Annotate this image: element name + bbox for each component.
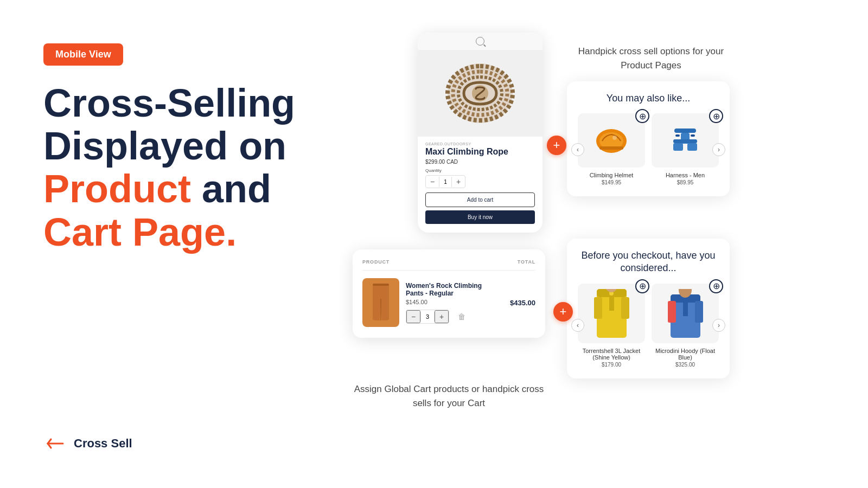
logo-text: Cross Sell <box>74 436 132 451</box>
product-thumb-blue-jacket: ⊕ Microdini Hoody (Float Blue) $325.00 <box>652 284 719 368</box>
headline-and: and <box>191 167 271 210</box>
harness-price: $89.95 <box>652 179 719 185</box>
svg-rect-12 <box>673 143 683 151</box>
harness-img-area: ⊕ <box>652 113 719 168</box>
quantity-label: Quantity <box>425 168 535 173</box>
cart-delete-btn[interactable]: 🗑 <box>458 312 465 321</box>
qty-value: 1 <box>439 177 452 187</box>
headline-line2: Displayed on <box>43 124 286 168</box>
cart-item: Women's Rock Climbing Pants - Regular $1… <box>362 278 535 327</box>
helmet-img-area: ⊕ <box>578 113 645 168</box>
plus-connector-top: + <box>547 136 566 155</box>
product-phone-card: GEARED.OUTDOORSY Maxi Climbing Rope $299… <box>418 33 542 233</box>
svg-rect-9 <box>674 129 696 133</box>
logo: Cross Sell <box>43 432 132 455</box>
cross-sell-product-card: You may also like... ‹ ⊕ Climbing Helmet… <box>567 81 730 196</box>
helmet-price: $149.95 <box>578 179 645 185</box>
cart-header: PRODUCT TOTAL <box>362 259 535 271</box>
svg-rect-23 <box>621 297 629 319</box>
mobile-view-badge: Mobile View <box>43 43 123 66</box>
helmet-name: Climbing Helmet <box>578 172 645 178</box>
headline-line1: Cross-Selling <box>43 81 295 125</box>
cart-qty-increase[interactable]: + <box>435 310 449 323</box>
product-info: GEARED.OUTDOORSY Maxi Climbing Rope $299… <box>418 137 542 224</box>
headline: Cross-Selling Displayed on Product and C… <box>43 82 326 254</box>
product-thumb-harness: ⊕ Harness - Men $89.95 <box>652 113 719 185</box>
svg-rect-7 <box>599 146 623 150</box>
svg-point-8 <box>612 136 617 140</box>
product-price: $299.00 CAD <box>425 159 535 165</box>
cart-item-image <box>362 278 399 327</box>
nav-right-top[interactable]: › <box>712 143 725 156</box>
qty-increase-btn[interactable]: + <box>452 176 465 188</box>
quantity-control: − 1 + <box>425 175 465 188</box>
add-helmet-btn[interactable]: ⊕ <box>635 109 649 123</box>
desc-top: Handpick cross sell options for your Pro… <box>567 44 735 72</box>
product-name: Maxi Climbing Rope <box>425 147 535 157</box>
svg-rect-29 <box>668 301 676 323</box>
cross-sell-top-title: You may also like... <box>578 92 719 105</box>
cart-qty-value: 3 <box>420 312 435 322</box>
add-to-cart-button[interactable]: Add to cart <box>425 192 535 207</box>
headline-dot: . <box>226 210 237 254</box>
add-harness-btn[interactable]: ⊕ <box>709 109 723 123</box>
cross-sell-cart-card: Before you checkout, have you considered… <box>567 239 730 378</box>
cross-sell-bottom-products: ‹ ⊕ Torrentshell 3L Jacket (Shine Yellow… <box>578 284 719 368</box>
left-section: Mobile View Cross-Selling Displayed on P… <box>43 43 326 254</box>
qty-decrease-btn[interactable]: − <box>426 176 439 188</box>
headline-product: Product <box>43 167 191 210</box>
svg-rect-18 <box>373 284 389 286</box>
svg-rect-28 <box>683 294 688 316</box>
cart-col-total: TOTAL <box>518 259 535 265</box>
cart-qty-control: − 3 + <box>406 310 449 324</box>
logo-icon <box>43 432 67 455</box>
phone-search-icon <box>476 37 484 46</box>
product-thumb-yellow-jacket: ⊕ Torrentshell 3L Jacket (Shine Yellow) … <box>578 284 645 368</box>
svg-rect-22 <box>594 297 602 319</box>
rope-image <box>437 55 524 131</box>
cart-item-total: $435.00 <box>506 299 535 307</box>
svg-rect-30 <box>695 301 703 323</box>
pants-image <box>370 284 392 322</box>
cart-col-product: PRODUCT <box>362 259 390 265</box>
add-blue-jacket-btn[interactable]: ⊕ <box>709 279 723 293</box>
svg-rect-14 <box>675 134 680 137</box>
yellow-jacket-name: Torrentshell 3L Jacket (Shine Yellow) <box>578 348 645 361</box>
cross-sell-top-products: ‹ ⊕ Climbing Helmet $149.95 <box>578 113 719 185</box>
buy-now-button[interactable]: Buy it now <box>425 210 535 224</box>
phone-top-bar <box>418 33 542 50</box>
harness-name: Harness - Men <box>652 172 719 178</box>
nav-left-bottom[interactable]: ‹ <box>571 319 584 332</box>
cart-item-details: Women's Rock Climbing Pants - Regular $1… <box>406 282 499 324</box>
cart-item-unit-price: $145.00 <box>406 299 499 305</box>
cross-sell-bottom-title: Before you checkout, have you considered… <box>578 249 719 275</box>
yellow-jacket-img-area: ⊕ <box>578 284 645 343</box>
svg-rect-15 <box>691 134 695 137</box>
product-thumb-helmet: ⊕ Climbing Helmet $149.95 <box>578 113 645 185</box>
blue-jacket-price: $325.00 <box>652 362 719 368</box>
cart-card: PRODUCT TOTAL Women's Rock Climbing Pant… <box>353 249 545 338</box>
product-brand: GEARED.OUTDOORSY <box>425 142 535 146</box>
nav-right-bottom[interactable]: › <box>712 319 725 332</box>
cart-item-name: Women's Rock Climbing Pants - Regular <box>406 282 499 297</box>
harness-image <box>669 126 701 156</box>
product-image-area <box>418 50 542 137</box>
blue-jacket-img-area: ⊕ <box>652 284 719 343</box>
headline-cart: Cart Page <box>43 210 226 254</box>
nav-left-top[interactable]: ‹ <box>571 143 584 156</box>
add-yellow-jacket-btn[interactable]: ⊕ <box>635 279 649 293</box>
svg-rect-13 <box>687 143 697 151</box>
desc-bottom: Assign Global Cart products or handpick … <box>353 382 545 410</box>
cart-qty-decrease[interactable]: − <box>406 310 420 323</box>
blue-jacket-image <box>668 289 703 338</box>
plus-connector-bottom: + <box>553 302 573 322</box>
helmet-image <box>594 126 629 156</box>
blue-jacket-name: Microdini Hoody (Float Blue) <box>652 348 719 361</box>
svg-rect-16 <box>373 284 389 300</box>
svg-rect-11 <box>673 139 697 143</box>
yellow-jacket-image <box>594 289 629 338</box>
yellow-jacket-price: $179.00 <box>578 362 645 368</box>
